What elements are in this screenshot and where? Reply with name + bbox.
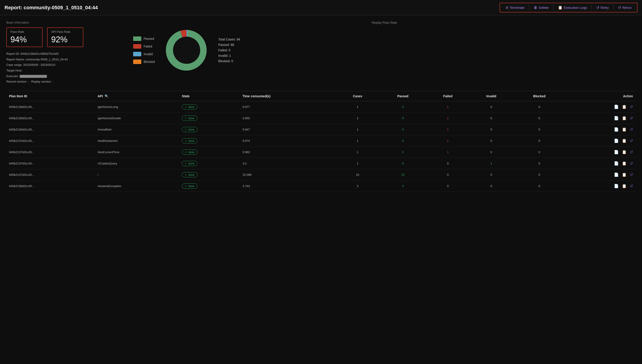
rerun-row-icon[interactable]: ↺ (630, 138, 633, 143)
cell-passed: 0 (379, 158, 427, 169)
cell-passed: 0 (379, 146, 427, 158)
replay-section: Replay Pass Rate Passed Failed Invalid (133, 21, 636, 84)
rerun-row-icon[interactable]: ↺ (630, 127, 633, 132)
report-icon[interactable]: 📄 (614, 138, 619, 143)
pie-chart (164, 28, 209, 73)
report-id-line: Report ID: 645b2136d31c4565d75c2ef2 (6, 51, 124, 57)
report-icon[interactable]: 📄 (614, 150, 619, 154)
col-cases: Cases (336, 91, 379, 101)
terminate-icon: ⊘ (505, 6, 508, 10)
cell-blocked: 0 (514, 169, 565, 180)
top-section: Basic Information Pass Rate 94% API Pass… (6, 21, 636, 84)
cell-api: /renameException (95, 180, 179, 192)
terminate-button[interactable]: ⊘ Terminate (503, 4, 527, 11)
check-icon: ✓ (185, 128, 187, 131)
action-icons: 📄 📋 ↺ (568, 161, 633, 166)
cell-cases: 3 (336, 180, 379, 192)
state-badge: ✓ done (182, 116, 197, 121)
report-icon[interactable]: 📄 (614, 116, 619, 120)
legend: Passed Failed Invalid Blocked (133, 36, 155, 64)
cell-state: ✓ done (179, 113, 240, 124)
metrics-row: Pass Rate 94% API Pass Rate 92% (6, 27, 124, 47)
cell-passed: 3 (379, 180, 427, 192)
cell-action: 📄 📋 ↺ (565, 135, 636, 146)
execution-logs-button[interactable]: 📋 Execution Logs (555, 4, 590, 11)
col-plan-item-id: Plan Item ID (6, 91, 95, 101)
cell-blocked: 0 (514, 124, 565, 135)
report-name-line: Report Name: community-0509_1_0510_04:44 (6, 57, 124, 62)
check-icon: ✓ (185, 116, 187, 120)
api-pass-rate-value: 92% (51, 35, 79, 44)
state-badge: ✓ done (182, 184, 197, 189)
rerun-row-icon[interactable]: ↺ (630, 161, 633, 166)
file-icon[interactable]: 📋 (622, 184, 626, 188)
action-icons: 📄 📋 ↺ (568, 104, 633, 109)
blocked-stat: Blocked: 0 (218, 59, 240, 63)
cell-passed: 0 (379, 101, 427, 113)
replay-chart-area: Passed Failed Invalid Blocked (133, 28, 636, 73)
rerun-row-icon[interactable]: ↺ (630, 172, 633, 177)
col-state: State (179, 91, 240, 101)
cell-plan-id: 645b2137d31c45... (6, 146, 95, 158)
cell-cases: 15 (336, 169, 379, 180)
file-icon[interactable]: 📋 (622, 150, 626, 154)
file-icon[interactable]: 📋 (622, 161, 626, 166)
cell-failed: 0 (427, 158, 469, 169)
col-passed: Passed (379, 91, 427, 101)
table-row: 645b2136d31c45... /hrandfield ✓ done 0.9… (6, 124, 636, 135)
cell-state: ✓ done (179, 124, 240, 135)
retry-button[interactable]: ↺ Retry (593, 4, 611, 11)
cell-passed: 15 (379, 169, 427, 180)
table-row: 645b2137d31c45... /JCasbinQuery ✓ done 3… (6, 158, 636, 169)
state-badge: ✓ done (182, 127, 197, 132)
legend-failed: Failed (133, 44, 155, 49)
check-icon: ✓ (185, 162, 187, 165)
delete-button[interactable]: 🗑 Delete (531, 4, 551, 11)
cell-cases: 1 (336, 101, 379, 113)
delete-icon: 🗑 (534, 6, 537, 10)
cell-time: 0.963 (240, 146, 336, 158)
rerun-row-icon[interactable]: ↺ (630, 116, 633, 120)
action-icons: 📄 📋 ↺ (568, 116, 633, 120)
report-icon[interactable]: 📄 (614, 172, 619, 177)
cell-plan-id: 645b2136d31c45... (6, 180, 95, 192)
rerun-row-icon[interactable]: ↺ (630, 104, 633, 109)
file-icon[interactable]: 📋 (622, 138, 626, 143)
cell-api: /getAtomicLong (95, 101, 179, 113)
rerun-row-icon[interactable]: ↺ (630, 184, 633, 188)
report-icon[interactable]: 📄 (614, 127, 619, 132)
cell-invalid: 0 (469, 180, 514, 192)
api-search-icon[interactable]: 🔍 (105, 94, 109, 98)
rerun-row-icon[interactable]: ↺ (630, 150, 633, 154)
report-icon[interactable]: 📄 (614, 161, 619, 166)
file-icon[interactable]: 📋 (622, 104, 626, 109)
cell-blocked: 0 (514, 180, 565, 192)
cell-plan-id: 645b2136d31c45... (6, 101, 95, 113)
cell-time: 2.743 (240, 180, 336, 192)
results-table: Plan Item ID API 🔍 State Time consumed(s… (6, 91, 636, 192)
cell-api: /getAtomicDouble (95, 113, 179, 124)
cell-blocked: 0 (514, 113, 565, 124)
rerun-button[interactable]: ↺ Rerun (615, 4, 634, 11)
file-icon[interactable]: 📋 (622, 116, 626, 120)
cell-action: 📄 📋 ↺ (565, 146, 636, 158)
state-badge: ✓ done (182, 161, 197, 166)
pass-rate-card: Pass Rate 94% (6, 27, 43, 47)
page-title: Report: community-0509_1_0510_04:44 (5, 5, 98, 11)
report-icon[interactable]: 📄 (614, 184, 619, 188)
cell-action: 📄 📋 ↺ (565, 180, 636, 192)
stats-block: Total Cases: 94 Passed: 88 Failed: 5 Inv… (218, 38, 240, 63)
executor-line: Executor: (6, 74, 124, 79)
cell-state: ✓ done (179, 180, 240, 192)
file-icon[interactable]: 📋 (622, 127, 626, 132)
pass-rate-value: 94% (11, 35, 39, 44)
cell-failed: 1 (427, 124, 469, 135)
report-icon[interactable]: 📄 (614, 104, 619, 109)
divider (613, 4, 613, 10)
cell-blocked: 0 (514, 158, 565, 169)
file-icon[interactable]: 📋 (622, 172, 626, 177)
cell-plan-id: 645b2137d31c45... (6, 169, 95, 180)
cell-invalid: 0 (469, 113, 514, 124)
executor-value (20, 75, 47, 78)
cell-time: 3.2 (240, 158, 336, 169)
